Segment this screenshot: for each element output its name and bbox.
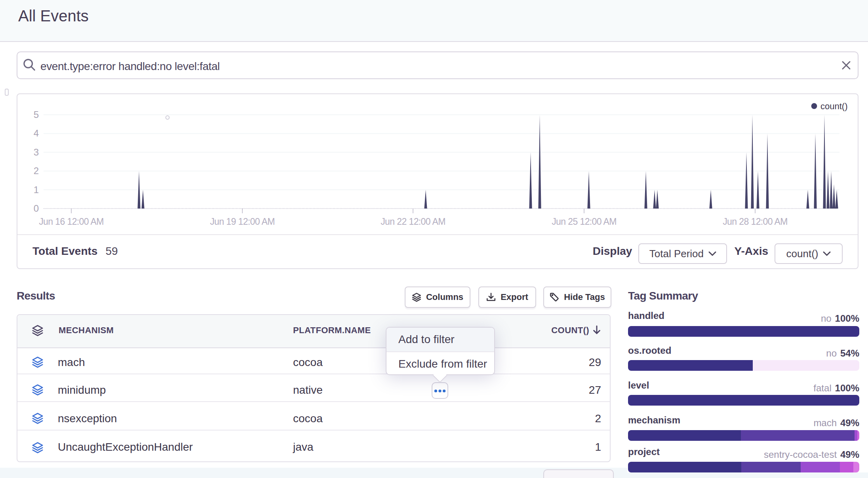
- svg-text:count(): count(): [820, 101, 847, 111]
- svg-text:3: 3: [34, 147, 39, 157]
- svg-text:Jun 25 12:00 AM: Jun 25 12:00 AM: [552, 216, 617, 227]
- svg-text:0: 0: [34, 203, 39, 214]
- svg-text:Jun 16 12:00 AM: Jun 16 12:00 AM: [39, 216, 104, 227]
- svg-text:5: 5: [34, 109, 39, 120]
- svg-text:2: 2: [34, 165, 39, 176]
- svg-text:Jun 19 12:00 AM: Jun 19 12:00 AM: [210, 216, 275, 227]
- svg-text:Jun 28 12:00 AM: Jun 28 12:00 AM: [723, 216, 788, 227]
- svg-text:4: 4: [34, 128, 39, 138]
- svg-text:1: 1: [34, 184, 39, 195]
- svg-text:Jun 22 12:00 AM: Jun 22 12:00 AM: [381, 216, 445, 227]
